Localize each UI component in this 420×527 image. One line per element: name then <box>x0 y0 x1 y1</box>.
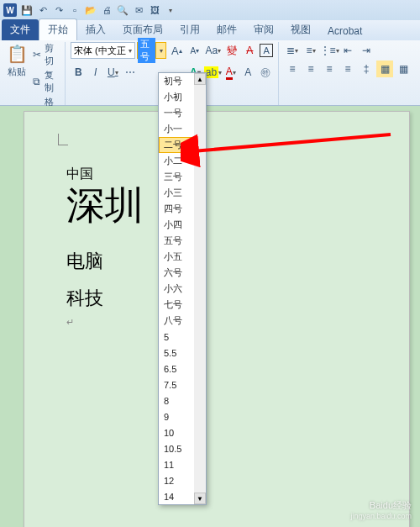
document-area[interactable]: 中国 深圳 电脑 科技 ↵ <box>0 106 420 527</box>
list-item[interactable]: 六号 <box>159 265 194 281</box>
list-item[interactable]: 一号 <box>159 105 194 121</box>
font-name-combo[interactable]: 宋体 (中文正▾ <box>71 42 135 59</box>
list-item[interactable]: 小三 <box>159 185 194 201</box>
tab-review[interactable]: 审阅 <box>245 19 282 40</box>
margin-corner-mark <box>58 134 68 145</box>
shading-button[interactable]: ▦ <box>376 61 393 77</box>
list-item[interactable]: 八号 <box>159 313 194 329</box>
list-item[interactable]: 小四 <box>159 217 194 233</box>
list-item[interactable]: 10 <box>159 424 194 440</box>
qat-mail-icon[interactable]: ✉ <box>132 3 145 17</box>
list-item[interactable]: 小二 <box>159 153 194 169</box>
tab-insert[interactable]: 插入 <box>77 19 114 40</box>
borders-button[interactable]: ▦ <box>395 61 412 77</box>
list-item[interactable]: 小初 <box>159 89 194 105</box>
qat-save-icon[interactable]: 💾 <box>20 3 34 17</box>
paste-button[interactable]: 📋 粘贴 <box>5 42 29 82</box>
group-clipboard: 📋 粘贴 ✂剪切 ⧉复制 🖌格式刷 剪贴板 <box>3 42 66 105</box>
decrease-indent-button[interactable]: ⇤ <box>339 42 356 59</box>
shrink-font-button[interactable]: A▾ <box>186 42 203 59</box>
char-border-button[interactable]: A <box>260 44 273 57</box>
list-item[interactable]: 6.5 <box>159 361 194 377</box>
watermark-url: jingyan.baidu.com <box>350 512 412 520</box>
copy-button[interactable]: ⧉复制 <box>32 69 60 94</box>
increase-indent-button[interactable]: ⇥ <box>358 42 375 59</box>
strikethrough-button[interactable]: ⋯ <box>123 64 139 81</box>
qat-pic-icon[interactable]: 🖼 <box>148 3 161 17</box>
page[interactable]: 中国 深圳 电脑 科技 ↵ <box>24 111 410 527</box>
list-item[interactable]: 8 <box>159 393 194 408</box>
list-item[interactable]: 小六 <box>159 281 194 297</box>
bullets-button[interactable]: ≣▾ <box>284 42 301 59</box>
font-size-dropdown-icon[interactable]: ▾ <box>155 43 165 58</box>
font-color-button[interactable]: A▾ <box>223 64 239 81</box>
tab-home[interactable]: 开始 <box>39 18 77 40</box>
qat-redo-icon[interactable]: ↷ <box>52 3 66 17</box>
align-left-button[interactable]: ≡ <box>284 61 301 77</box>
qat-more-icon[interactable]: ▾ <box>164 3 177 17</box>
italic-button[interactable]: I <box>88 64 104 81</box>
align-justify-button[interactable]: ≡ <box>339 61 356 77</box>
line-spacing-button[interactable]: ‡ <box>358 61 375 77</box>
align-center-button[interactable]: ≡ <box>302 61 319 77</box>
paste-icon: 📋 <box>5 42 29 66</box>
list-item[interactable]: 五号 <box>159 233 194 249</box>
font-size-dropdown: 初号 小初 一号 小一 二号 小二 三号 小三 四号 小四 五号 小五 六号 小… <box>158 72 207 505</box>
font-size-list: 初号 小初 一号 小一 二号 小二 三号 小三 四号 小四 五号 小五 六号 小… <box>159 73 194 504</box>
enclose-char-button[interactable]: ㊕ <box>258 64 274 81</box>
quick-access-toolbar: 💾 ↶ ↷ ▫ 📂 🖨 🔍 ✉ 🖼 ▾ <box>20 3 177 17</box>
list-item[interactable]: 9 <box>159 408 194 424</box>
ribbon: 📋 粘贴 ✂剪切 ⧉复制 🖌格式刷 剪贴板 宋体 (中文正▾ 五号 ▾ A▴ <box>0 40 420 106</box>
highlight-button[interactable]: ab▾ <box>205 64 222 81</box>
qat-open-icon[interactable]: 📂 <box>84 3 97 17</box>
qat-print-icon[interactable]: 🖨 <box>100 3 113 17</box>
scroll-up-icon[interactable]: ▲ <box>194 73 206 85</box>
cursor-mark: ↵ <box>66 317 367 328</box>
title-bar: W 💾 ↶ ↷ ▫ 📂 🖨 🔍 ✉ 🖼 ▾ <box>0 0 420 20</box>
list-item[interactable]: 小五 <box>159 249 194 265</box>
cut-button[interactable]: ✂剪切 <box>32 42 60 67</box>
list-item[interactable]: 七号 <box>159 297 194 313</box>
clear-format-button[interactable]: A <box>242 42 259 59</box>
tab-acrobat[interactable]: Acrobat <box>319 22 370 40</box>
qat-new-icon[interactable]: ▫ <box>68 3 81 17</box>
scroll-down-icon[interactable]: ▼ <box>194 493 206 504</box>
multilevel-button[interactable]: ⋮≡▾ <box>321 42 338 59</box>
qat-undo-icon[interactable]: ↶ <box>36 3 50 17</box>
list-item[interactable]: 12 <box>159 472 194 488</box>
dropdown-scrollbar[interactable]: ▲ ▼ <box>194 73 206 504</box>
list-item[interactable]: 5.5 <box>159 345 194 361</box>
list-item[interactable]: 5 <box>159 329 194 345</box>
align-right-button[interactable]: ≡ <box>321 61 338 77</box>
copy-label: 复制 <box>45 69 60 94</box>
list-item-highlight[interactable]: 二号 <box>159 137 194 153</box>
qat-preview-icon[interactable]: 🔍 <box>116 3 129 17</box>
word-app-icon: W <box>3 3 17 17</box>
scroll-track[interactable] <box>194 85 206 493</box>
font-size-value: 五号 <box>138 38 155 63</box>
bold-button[interactable]: B <box>71 64 87 81</box>
list-item[interactable]: 10.5 <box>159 440 194 456</box>
list-item[interactable]: 7.5 <box>159 377 194 393</box>
grow-font-button[interactable]: A▴ <box>168 42 185 59</box>
list-item[interactable]: 14 <box>159 488 194 504</box>
font-size-combo[interactable]: 五号 ▾ <box>137 42 166 59</box>
chevron-down-icon: ▾ <box>129 47 132 55</box>
list-item[interactable]: 11 <box>159 456 194 472</box>
tab-mail[interactable]: 邮件 <box>208 19 245 40</box>
watermark: Baidu经验 jingyan.baidu.com <box>350 499 412 520</box>
list-item[interactable]: 三号 <box>159 169 194 185</box>
char-shading-button[interactable]: A <box>240 64 256 81</box>
change-case-button[interactable]: Aa▾ <box>205 42 222 59</box>
tab-file[interactable]: 文件 <box>2 19 39 40</box>
list-item[interactable]: 初号 <box>159 73 194 89</box>
underline-button[interactable]: U▾ <box>105 64 121 81</box>
phonetic-guide-button[interactable]: 變 <box>223 42 240 59</box>
list-item[interactable]: 小一 <box>159 121 194 137</box>
cut-icon: ✂ <box>32 49 42 61</box>
cut-label: 剪切 <box>45 42 60 67</box>
list-item[interactable]: 四号 <box>159 201 194 217</box>
tab-view[interactable]: 视图 <box>282 19 319 40</box>
tab-references[interactable]: 引用 <box>171 19 208 40</box>
numbering-button[interactable]: ≡▾ <box>302 42 319 59</box>
